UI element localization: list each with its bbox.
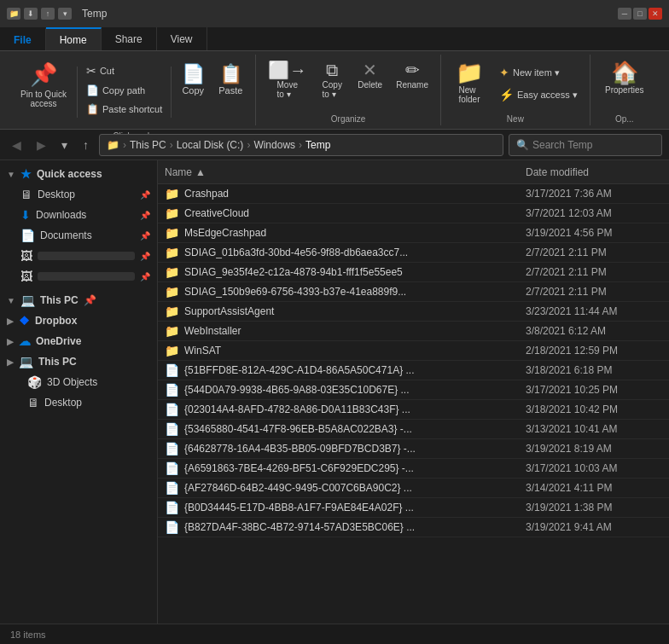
- table-row[interactable]: 📁 WinSAT 2/18/2021 12:59 PM: [158, 341, 669, 361]
- desktop2-icon: 🖥: [27, 396, 39, 409]
- sidebar-item-desktop[interactable]: 🖥 Desktop 📌: [0, 184, 157, 205]
- sidebar-item-blurred-2[interactable]: 🖼 📌: [0, 266, 157, 287]
- sidebar-item-blurred-1[interactable]: 🖼 📌: [0, 246, 157, 266]
- file-date: 3/8/2021 6:12 AM: [526, 325, 662, 337]
- file-name: Crashpad: [184, 188, 526, 200]
- maximize-button[interactable]: □: [633, 8, 647, 20]
- customize-icon[interactable]: ▾: [58, 8, 72, 20]
- table-row[interactable]: 📁 CreativeCloud 3/7/2021 12:03 AM: [158, 204, 669, 223]
- back-button[interactable]: ◀: [7, 135, 26, 155]
- table-row[interactable]: 📁 SupportAssistAgent 3/23/2021 11:44 AM: [158, 302, 669, 322]
- table-row[interactable]: 📄 {B0D34445-E17D-4BB8-A1F7-F9AE84E4A02F}…: [158, 498, 669, 518]
- address-bar: ◀ ▶ ▾ ↑ 📁 › This PC › Local Disk (C:) › …: [0, 130, 669, 160]
- tab-view[interactable]: View: [157, 27, 207, 50]
- easy-access-button[interactable]: ⚡ Easy access ▾: [494, 85, 583, 104]
- quick-access-icon[interactable]: ⬇: [24, 8, 38, 20]
- copy-to-button[interactable]: ⧉ Copyto ▾: [315, 58, 349, 102]
- table-row[interactable]: 📄 {AF27846D-64B2-449C-9495-C007C6BA90C2}…: [158, 479, 669, 498]
- properties-button[interactable]: 🏠 Properties: [599, 58, 650, 98]
- blurred1-icon: 🖼: [20, 249, 32, 263]
- close-button[interactable]: ✕: [649, 8, 662, 20]
- cut-button[interactable]: ✂ Cut: [81, 61, 167, 80]
- tab-file[interactable]: File: [0, 27, 46, 50]
- onedrive-header[interactable]: ▶ ☁ OneDrive: [0, 331, 157, 351]
- search-box[interactable]: 🔍 Search Temp: [509, 134, 662, 156]
- paste-shortcut-label: Paste shortcut: [102, 104, 162, 114]
- table-row[interactable]: 📄 {51BFFD8E-812A-429C-A1D4-86A5A50C471A}…: [158, 361, 669, 380]
- move-to-icon: ⬜→: [268, 61, 306, 78]
- sidebar-item-downloads[interactable]: ⬇ Downloads 📌: [0, 205, 157, 225]
- ribbon-group-clipboard: 📌 Pin to Quickaccess ✂ Cut 📄 Copy path 📋…: [7, 55, 256, 125]
- delete-button[interactable]: ✕ Delete: [352, 58, 387, 93]
- thispc2-icon: 💻: [19, 355, 33, 368]
- address-path[interactable]: 📁 › This PC › Local Disk (C:) › Windows …: [99, 134, 503, 156]
- thispc-pin-icon: 📌: [84, 294, 96, 306]
- new-folder-button[interactable]: 📁 Newfolder: [448, 58, 491, 107]
- onedrive-label: OneDrive: [36, 335, 81, 347]
- paste-shortcut-icon: 📋: [86, 103, 99, 115]
- sidebar-item-desktop2[interactable]: 🖥 Desktop: [0, 392, 157, 413]
- new-item-button[interactable]: ✦ New item ▾: [494, 63, 583, 82]
- folder-icon: 📁: [165, 187, 179, 200]
- move-to-button[interactable]: ⬜→ Moveto ▾: [263, 58, 311, 102]
- recent-locations-button[interactable]: ▾: [56, 135, 73, 155]
- sidebar-item-3dobjects[interactable]: 🎲 3D Objects: [0, 372, 157, 392]
- table-row[interactable]: 📁 SDIAG_150b9e69-6756-4393-b37e-41ea889f…: [158, 282, 669, 302]
- tab-home[interactable]: Home: [46, 27, 102, 50]
- paste-shortcut-button[interactable]: 📋 Paste shortcut: [81, 101, 167, 118]
- up-button[interactable]: ↑: [78, 135, 94, 155]
- copy-to-label: Copyto ▾: [323, 80, 342, 99]
- table-row[interactable]: 📄 {A6591863-7BE4-4269-BF51-C6F929EDC295}…: [158, 459, 669, 479]
- folder-icon: 📁: [165, 305, 179, 318]
- table-row[interactable]: 📁 WebInstaller 3/8/2021 6:12 AM: [158, 322, 669, 341]
- rename-button[interactable]: ✏ Rename: [391, 58, 433, 93]
- up-icon[interactable]: ↑: [41, 8, 55, 20]
- table-row[interactable]: 📄 {023014A4-8AFD-4782-8A86-D0A11B83C43F}…: [158, 400, 669, 420]
- easy-access-label: Easy access ▾: [517, 90, 578, 101]
- cut-label: Cut: [100, 66, 114, 76]
- forward-button[interactable]: ▶: [32, 135, 51, 155]
- file-icon: 📄: [165, 363, 179, 377]
- cut-icon: ✂: [86, 64, 96, 78]
- file-date: 3/19/2021 4:56 PM: [526, 227, 662, 239]
- status-bar: 18 items: [0, 624, 669, 644]
- table-row[interactable]: 📁 Crashpad 3/17/2021 7:36 AM: [158, 184, 669, 204]
- file-icon: 📄: [165, 383, 179, 397]
- table-row[interactable]: 📄 {53465880-4541-47F8-96EB-B5A8AC022BA3}…: [158, 420, 669, 439]
- file-name: WinSAT: [184, 345, 526, 357]
- table-row[interactable]: 📄 {B827DA4F-38BC-4B72-9714-57AD3E5BC06E}…: [158, 518, 669, 537]
- copy-path-label: Copy path: [102, 85, 145, 96]
- tab-share[interactable]: Share: [102, 27, 157, 50]
- table-row[interactable]: 📄 {544D0A79-9938-4B65-9A88-03E35C10D67E}…: [158, 380, 669, 400]
- pin-to-quick-access-button[interactable]: 📌 Pin to Quickaccess: [14, 58, 73, 112]
- delete-label: Delete: [358, 80, 382, 90]
- table-row[interactable]: 📄 {64628778-16A4-4B35-BB05-09BFD7BCD3B7}…: [158, 439, 669, 459]
- copy-path-button[interactable]: 📄 Copy path: [81, 82, 167, 99]
- file-name: WebInstaller: [184, 325, 526, 337]
- documents-icon: 📄: [20, 229, 35, 242]
- minimize-button[interactable]: ─: [618, 8, 631, 20]
- column-name[interactable]: Name ▲: [165, 166, 526, 178]
- dropbox-chevron-icon: ▶: [7, 316, 14, 326]
- quick-access-header[interactable]: ▼ ★ Quick access: [0, 164, 157, 184]
- ribbon-group-new: 📁 Newfolder ✦ New item ▾ ⚡ Easy access ▾…: [441, 55, 590, 125]
- sidebar-item-documents[interactable]: 📄 Documents 📌: [0, 225, 157, 246]
- paste-button[interactable]: 📋 Paste: [212, 61, 248, 99]
- table-row[interactable]: 📁 MsEdgeCrashpad 3/19/2021 4:56 PM: [158, 223, 669, 243]
- path-localdisk: Local Disk (C:): [177, 139, 244, 151]
- copy-button[interactable]: 📄 Copy: [175, 61, 211, 99]
- ribbon-group-organize: ⬜→ Moveto ▾ ⧉ Copyto ▾ ✕ Delete ✏ Rename…: [256, 55, 441, 125]
- file-name: {544D0A79-9938-4B65-9A88-03E35C10D67E} .…: [184, 384, 526, 396]
- column-date-modified[interactable]: Date modified: [526, 166, 662, 178]
- thispc-header[interactable]: ▼ 💻 This PC 📌: [0, 290, 157, 310]
- blurred-label-2: [38, 272, 135, 281]
- table-row[interactable]: 📁 SDIAG_9e35f4e2-c12a-4878-94b1-fff1f5e5…: [158, 263, 669, 282]
- copy-icon: 📄: [182, 65, 205, 84]
- path-thispc: This PC: [130, 139, 166, 151]
- ribbon-tabs: File Home Share View: [0, 27, 669, 51]
- window-title: Temp: [82, 8, 107, 20]
- table-row[interactable]: 📁 SDIAG_01b6a3fd-30bd-4e56-9f88-db6aea3c…: [158, 243, 669, 263]
- thispc2-header[interactable]: ▶ 💻 This PC: [0, 351, 157, 372]
- dropbox-header[interactable]: ▶ ❖ Dropbox: [0, 310, 157, 331]
- file-date: 3/17/2021 10:25 PM: [526, 384, 662, 396]
